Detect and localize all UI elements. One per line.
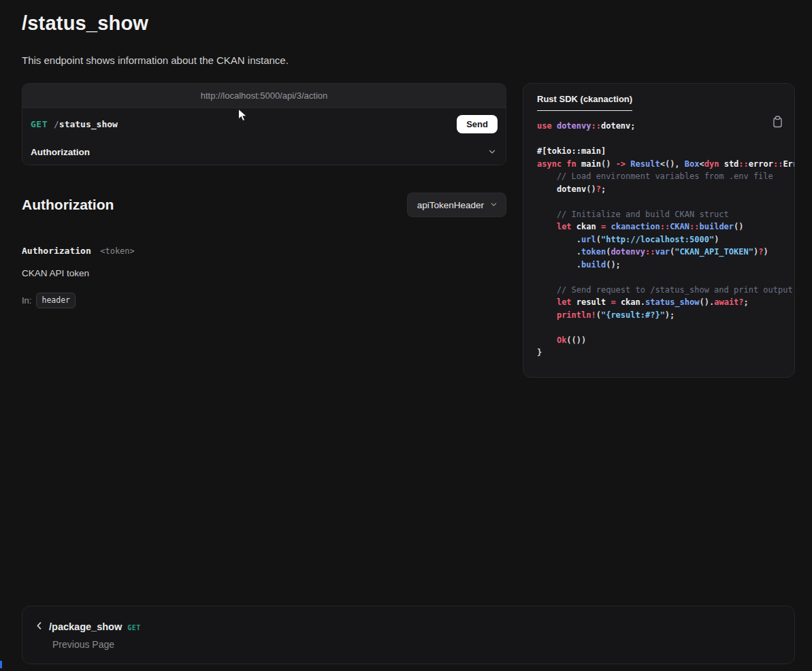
base-url-bar[interactable]: http://localhost:5000/api/3/action xyxy=(22,84,506,108)
code-line: Ok(()) xyxy=(537,334,794,347)
code-line xyxy=(537,271,794,284)
authorization-heading: Authorization xyxy=(22,197,114,213)
base-url-text: http://localhost:5000/api/3/action xyxy=(201,91,327,101)
prev-page-card[interactable]: /package_show GET Previous Page xyxy=(22,606,795,664)
auth-in-label: In: xyxy=(22,295,31,306)
endpoint-description: This endpoint shows information about th… xyxy=(22,54,795,66)
sdk-example-panel: Rust SDK (ckanaction) use dotenvy::doten… xyxy=(523,83,795,378)
send-button[interactable]: Send xyxy=(457,115,498,133)
code-line xyxy=(537,133,794,146)
code-line xyxy=(537,321,794,334)
code-line: println!("{result:#?}"); xyxy=(537,309,794,322)
auth-accordion-row[interactable]: Authorization xyxy=(22,140,506,165)
tab-rust-sdk[interactable]: Rust SDK (ckanaction) xyxy=(537,94,632,111)
prev-page-label: Previous Page xyxy=(52,639,782,650)
auth-scheme-select[interactable]: apiTokenHeader xyxy=(407,193,506,217)
auth-param-block: Authorization <token> CKAN API token In:… xyxy=(22,244,506,308)
auth-in-value-badge: header xyxy=(36,293,76,308)
prev-page-path: /package_show xyxy=(49,621,122,632)
auth-param-row: Authorization <token> xyxy=(22,244,506,257)
code-line: // Load environment variables from .env … xyxy=(537,170,794,183)
code-line: .url("http://localhost:5000") xyxy=(537,233,794,246)
request-row: GET /status_show Send xyxy=(22,108,506,140)
scroll-indicator xyxy=(0,661,2,668)
endpoint-path: /status_show xyxy=(54,119,118,129)
page: /status_show This endpoint shows informa… xyxy=(0,0,812,671)
code-block[interactable]: use dotenvy::dotenv; #[tokio::main]async… xyxy=(523,111,794,369)
code-line: // Send request to /status_show and prin… xyxy=(537,284,794,297)
path-slash: / xyxy=(54,119,59,129)
code-line: async fn main() -> Result<(), Box<dyn st… xyxy=(537,158,794,171)
code-line xyxy=(537,195,794,208)
code-line: // Initialize and build CKAN struct xyxy=(537,208,794,221)
api-client-panel: http://localhost:5000/api/3/action GET /… xyxy=(22,83,506,165)
path-name: status_show xyxy=(59,119,118,129)
chevron-down-icon xyxy=(490,200,498,210)
code-line: dotenv()?; xyxy=(537,183,794,196)
code-line: let result = ckan.status_show().await?; xyxy=(537,296,794,309)
auth-accordion-label: Authorization xyxy=(31,147,90,157)
page-title: /status_show xyxy=(22,12,795,35)
http-method-label: GET xyxy=(31,119,48,129)
code-line: } xyxy=(537,346,794,359)
auth-param-type: <token> xyxy=(100,246,135,256)
chevron-down-icon xyxy=(488,146,496,159)
chevron-left-icon xyxy=(35,621,44,633)
code-line: #[tokio::main] xyxy=(537,145,794,158)
auth-scheme-value: apiTokenHeader xyxy=(417,200,484,210)
auth-param-name: Authorization xyxy=(22,246,91,256)
code-line: .build(); xyxy=(537,259,794,272)
code-line: let ckan = ckanaction::CKAN::builder() xyxy=(537,220,794,233)
code-line: .token(dotenvy::var("CKAN_API_TOKEN")?) xyxy=(537,246,794,259)
auth-param-description: CKAN API token xyxy=(22,268,506,278)
prev-page-method-badge: GET xyxy=(127,624,141,632)
code-line: use dotenvy::dotenv; xyxy=(537,120,794,133)
